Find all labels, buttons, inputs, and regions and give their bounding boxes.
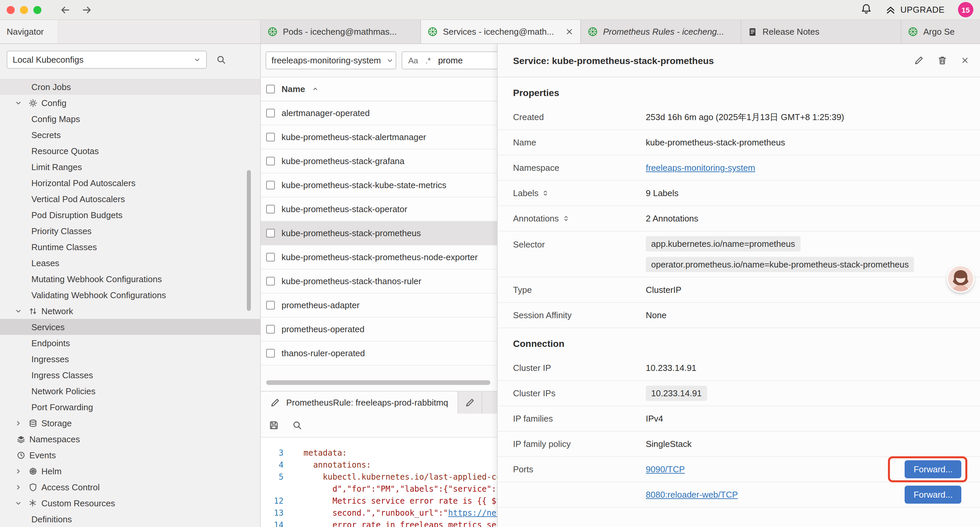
selector-badge: operator.prometheus.io/name=kube-prometh… bbox=[646, 257, 914, 272]
sidebar-item-label: Access Control bbox=[41, 482, 100, 492]
forward-arrow-icon bbox=[81, 4, 92, 15]
sidebar-item-config-maps[interactable]: Config Maps bbox=[0, 111, 260, 127]
row-checkbox[interactable] bbox=[266, 157, 275, 166]
forward-button[interactable]: Forward... bbox=[905, 486, 961, 504]
row-checkbox[interactable] bbox=[266, 181, 275, 189]
sidebar-item-horizontal-pod-autoscalers[interactable]: Horizontal Pod Autoscalers bbox=[0, 175, 260, 191]
tab-close-icon[interactable] bbox=[565, 27, 574, 36]
sidebar-item-mutating-webhook-configurations[interactable]: Mutating Webhook Configurations bbox=[0, 271, 260, 287]
row-checkbox[interactable] bbox=[266, 109, 275, 118]
namespace-select[interactable]: freeleaps-monitoring-system bbox=[266, 51, 396, 69]
sidebar-item-label: Runtime Classes bbox=[31, 242, 97, 252]
tab-argo-se[interactable]: Argo Se bbox=[901, 20, 980, 43]
sidebar-item-ingress-classes[interactable]: Ingress Classes bbox=[0, 367, 260, 383]
sidebar-item-leases[interactable]: Leases bbox=[0, 255, 260, 271]
sidebar-item-pod-disruption-budgets[interactable]: Pod Disruption Budgets bbox=[0, 207, 260, 223]
sidebar-item-config[interactable]: Config bbox=[0, 95, 260, 111]
sidebar-item-ingresses[interactable]: Ingresses bbox=[0, 351, 260, 367]
document-icon bbox=[748, 27, 757, 37]
horizontal-scrollbar[interactable] bbox=[266, 380, 490, 385]
row-checkbox[interactable] bbox=[266, 277, 275, 285]
property-value: 9 Labels bbox=[646, 188, 980, 198]
row-checkbox[interactable] bbox=[266, 229, 275, 237]
row-checkbox[interactable] bbox=[266, 325, 275, 334]
notifications-button[interactable] bbox=[860, 3, 872, 16]
delete-button[interactable] bbox=[936, 54, 949, 67]
property-row-cluster-ips: Cluster IPs10.233.14.91 bbox=[498, 381, 980, 406]
name-column-header[interactable]: Name bbox=[282, 84, 305, 94]
sidebar-item-label: Endpoints bbox=[31, 338, 70, 348]
row-checkbox[interactable] bbox=[266, 205, 275, 213]
sidebar-item-namespaces[interactable]: Namespaces bbox=[0, 431, 260, 447]
sidebar-item-services[interactable]: Services bbox=[0, 319, 260, 335]
sidebar-item-custom-resources[interactable]: Custom Resources bbox=[0, 495, 260, 511]
tab-release-notes[interactable]: Release Notes bbox=[741, 20, 901, 43]
sidebar-item-runtime-classes[interactable]: Runtime Classes bbox=[0, 239, 260, 255]
sidebar-item-priority-classes[interactable]: Priority Classes bbox=[0, 223, 260, 239]
editor-tab-prometheusrule-freeleaps-prod-rabbitmq[interactable]: PrometheusRule: freeleaps-prod-rabbitmq bbox=[261, 392, 458, 414]
kube-icon bbox=[588, 27, 598, 37]
select-all-checkbox[interactable] bbox=[266, 85, 275, 93]
sidebar-controls: Local Kubeconfigs bbox=[0, 44, 260, 75]
pencil-icon bbox=[465, 398, 475, 408]
port-link[interactable]: 9090/TCP bbox=[646, 464, 685, 474]
maximize-window-button[interactable] bbox=[33, 6, 41, 14]
upgrade-button[interactable]: UPGRADE bbox=[885, 4, 945, 15]
asterisk-icon bbox=[27, 499, 39, 507]
sidebar-item-storage[interactable]: Storage bbox=[0, 415, 260, 431]
notification-count-badge[interactable]: 15 bbox=[958, 2, 973, 18]
kubeconfig-select[interactable]: Local Kubeconfigs bbox=[7, 50, 207, 68]
sidebar-item-network-policies[interactable]: Network Policies bbox=[0, 383, 260, 399]
namespace-link[interactable]: freeleaps-monitoring-system bbox=[646, 163, 755, 173]
port-link[interactable]: 8080:reloader-web/TCP bbox=[646, 490, 738, 500]
sidebar-item-definitions[interactable]: Definitions bbox=[0, 511, 260, 527]
sidebar-item-helm[interactable]: Helm bbox=[0, 463, 260, 479]
editor-tab-stub[interactable] bbox=[458, 392, 482, 414]
sidebar-item-vertical-pod-autoscalers[interactable]: Vertical Pod Autoscalers bbox=[0, 191, 260, 207]
sidebar-item-port-forwarding[interactable]: Port Forwarding bbox=[0, 399, 260, 415]
sidebar-search-button[interactable] bbox=[215, 53, 228, 66]
close-panel-button[interactable] bbox=[959, 55, 970, 66]
sidebar-item-validating-webhook-configurations[interactable]: Validating Webhook Configurations bbox=[0, 287, 260, 303]
sort-asc-icon[interactable] bbox=[312, 85, 319, 93]
sidebar-item-secrets[interactable]: Secrets bbox=[0, 127, 260, 143]
edit-button[interactable] bbox=[913, 54, 925, 67]
property-label: Labels bbox=[513, 188, 646, 198]
row-checkbox[interactable] bbox=[266, 133, 275, 142]
back-button[interactable] bbox=[59, 3, 72, 16]
sidebar-item-limit-ranges[interactable]: Limit Ranges bbox=[0, 159, 260, 175]
close-window-button[interactable] bbox=[7, 6, 15, 14]
match-case-toggle[interactable]: Aa bbox=[408, 56, 418, 65]
sidebar-item-network[interactable]: Network bbox=[0, 303, 260, 319]
service-name: thanos-ruler-operated bbox=[282, 348, 365, 358]
row-checkbox[interactable] bbox=[266, 349, 275, 358]
sidebar-item-label: Mutating Webhook Configurations bbox=[31, 274, 162, 284]
unfold-icon[interactable] bbox=[542, 189, 549, 197]
minimize-window-button[interactable] bbox=[20, 6, 28, 14]
sidebar-item-access-control[interactable]: Access Control bbox=[0, 479, 260, 495]
sidebar-item-cron-jobs[interactable]: Cron Jobs bbox=[0, 79, 260, 95]
sidebar-item-endpoints[interactable]: Endpoints bbox=[0, 335, 260, 351]
forward-button[interactable]: Forward... bbox=[905, 460, 961, 478]
sidebar-item-resource-quotas[interactable]: Resource Quotas bbox=[0, 143, 260, 159]
save-button[interactable] bbox=[267, 419, 280, 431]
regex-toggle[interactable]: .* bbox=[425, 56, 431, 65]
tab-prometheus-rules-icecheng[interactable]: Prometheus Rules - icecheng... bbox=[581, 20, 741, 43]
sidebar-item-events[interactable]: Events bbox=[0, 447, 260, 463]
property-row-labels: Labels9 Labels bbox=[498, 181, 980, 206]
editor-search-button[interactable] bbox=[291, 419, 304, 431]
property-label: Name bbox=[513, 137, 646, 147]
forward-button[interactable] bbox=[80, 3, 94, 16]
unfold-icon[interactable] bbox=[562, 215, 570, 222]
property-value: app.kubernetes.io/name=prometheusoperato… bbox=[646, 236, 980, 272]
sidebar-item-label: Limit Ranges bbox=[31, 162, 82, 172]
tab-services-icecheng-math[interactable]: Services - icecheng@math... bbox=[421, 20, 581, 43]
tab-pods-icecheng-mathmas[interactable]: Pods - icecheng@mathmas... bbox=[261, 20, 421, 43]
property-label: IP family policy bbox=[513, 439, 646, 449]
sidebar-scrollbar[interactable] bbox=[247, 170, 251, 311]
layers-icon bbox=[15, 435, 27, 443]
row-checkbox[interactable] bbox=[266, 301, 275, 309]
row-checkbox[interactable] bbox=[266, 253, 275, 261]
avatar[interactable] bbox=[948, 266, 973, 291]
tab-label: Release Notes bbox=[762, 27, 894, 37]
